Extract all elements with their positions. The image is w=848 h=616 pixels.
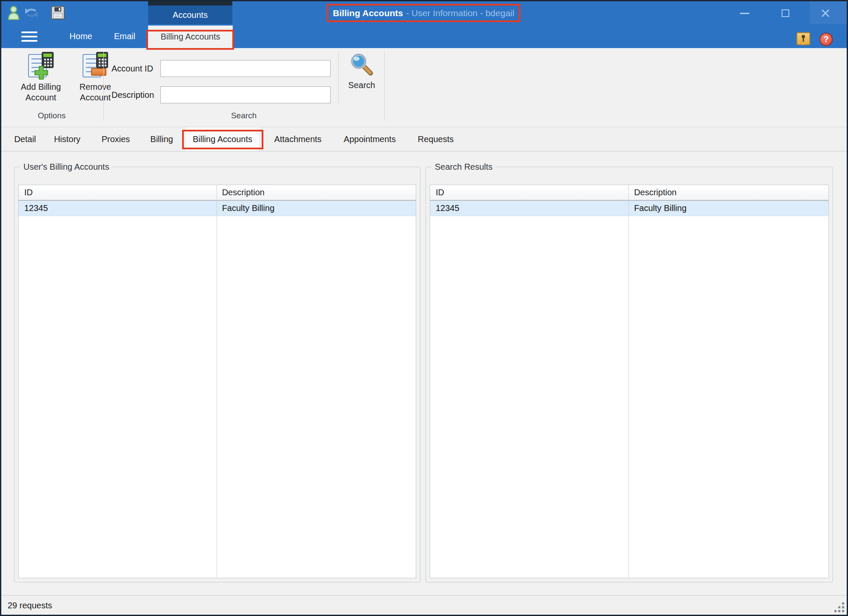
tab-attachments[interactable]: Attachments [268, 127, 328, 151]
search-results-legend: Search Results [432, 162, 496, 172]
help-button[interactable]: ? [819, 33, 833, 46]
content-area: User's Billing Accounts ID Description 1… [0, 151, 848, 595]
remove-account-label-1: Remove [80, 82, 111, 92]
plus-badge-icon [34, 66, 49, 80]
column-header-description[interactable]: Description [217, 185, 416, 200]
column-divider [628, 185, 629, 578]
sync-arrows-icon [24, 6, 39, 20]
ribbon-tab-email[interactable]: Email [103, 24, 146, 48]
column-divider [217, 185, 217, 578]
search-group-label: Search [103, 111, 384, 120]
save-icon [51, 6, 65, 20]
table-row[interactable]: 12345 Faculty Billing [430, 201, 828, 216]
button-separator [338, 52, 339, 103]
column-header-id[interactable]: ID [19, 185, 217, 200]
maximize-button[interactable] [775, 7, 796, 20]
tab-billing[interactable]: Billing [146, 127, 177, 151]
cell-description: Faculty Billing [628, 201, 828, 216]
list-header: ID Description [430, 185, 828, 201]
tab-requests[interactable]: Requests [412, 127, 460, 151]
minimize-button[interactable] [734, 7, 755, 20]
tab-history[interactable]: History [48, 127, 87, 151]
account-id-label: Account ID [111, 60, 153, 77]
pin-button[interactable] [797, 32, 810, 45]
ribbon-tab-home[interactable]: Home [59, 24, 103, 48]
remove-account-icon [82, 52, 109, 79]
app-menu-button[interactable] [21, 31, 37, 43]
ribbon-body: Add Billing Account Remove Account Accou… [0, 48, 848, 127]
description-label: Description [111, 86, 154, 103]
description-input[interactable] [160, 86, 331, 103]
pushpin-icon [800, 34, 806, 43]
table-row[interactable]: 12345 Faculty Billing [19, 201, 416, 216]
add-billing-label-2: Account [26, 92, 56, 103]
close-icon [821, 9, 830, 18]
search-results-list: ID Description 12345 Faculty Billing [430, 185, 829, 578]
tab-appointments[interactable]: Appointments [338, 127, 402, 151]
add-billing-label-1: Add Billing [21, 82, 61, 92]
users-billing-accounts-legend: User's Billing Accounts [20, 162, 112, 172]
tab-billing-accounts[interactable]: Billing Accounts [186, 127, 259, 151]
tab-proxies[interactable]: Proxies [96, 127, 135, 151]
refresh-button[interactable] [24, 5, 39, 20]
cell-id: 12345 [19, 201, 217, 216]
account-id-input[interactable] [160, 60, 331, 77]
window-title-secondary: - User Information - bdegail [406, 8, 514, 18]
save-button[interactable] [50, 5, 66, 20]
minimize-icon [740, 13, 749, 14]
minus-badge-icon [91, 68, 106, 76]
users-billing-accounts-groupbox: User's Billing Accounts ID Description 1… [14, 162, 420, 582]
column-header-description[interactable]: Description [628, 185, 828, 200]
resize-grip[interactable] [835, 603, 844, 612]
tab-detail[interactable]: Detail [10, 127, 40, 151]
status-bar: 29 requests [0, 595, 848, 616]
group-separator [103, 51, 104, 120]
ribbon-tab-billing-accounts[interactable]: Billing Accounts [148, 26, 233, 48]
person-icon [7, 6, 20, 20]
add-billing-account-icon [27, 52, 54, 79]
page-tab-strip: Detail History Proxies Billing Billing A… [0, 127, 848, 151]
group-separator [384, 51, 385, 120]
contextual-tab-accounts[interactable]: Accounts [148, 0, 232, 24]
user-profile-button[interactable] [6, 5, 21, 20]
search-results-groupbox: Search Results ID Description 12345 Facu… [425, 162, 833, 582]
options-group-label: Options [0, 111, 103, 120]
search-button-label: Search [348, 80, 375, 91]
users-billing-accounts-list: ID Description 12345 Faculty Billing [18, 185, 416, 578]
close-button[interactable] [815, 7, 836, 20]
annotation-title-box: Billing Accounts - User Information - bd… [327, 4, 520, 22]
remove-account-label-2: Account [80, 92, 111, 103]
list-header: ID Description [19, 185, 416, 201]
contextual-tab-strip [148, 0, 232, 6]
application-window: Accounts Billing Accounts - User Informa… [0, 0, 848, 616]
column-header-id[interactable]: ID [430, 185, 628, 200]
contextual-tab-label: Accounts [148, 6, 232, 24]
titlebar: Accounts Billing Accounts - User Informa… [0, 0, 848, 48]
cell-id: 12345 [430, 201, 628, 216]
search-icon [349, 52, 374, 77]
cell-description: Faculty Billing [217, 201, 416, 216]
status-text: 29 requests [8, 596, 52, 615]
window-title-primary: Billing Accounts [333, 8, 403, 18]
maximize-icon [782, 9, 789, 17]
